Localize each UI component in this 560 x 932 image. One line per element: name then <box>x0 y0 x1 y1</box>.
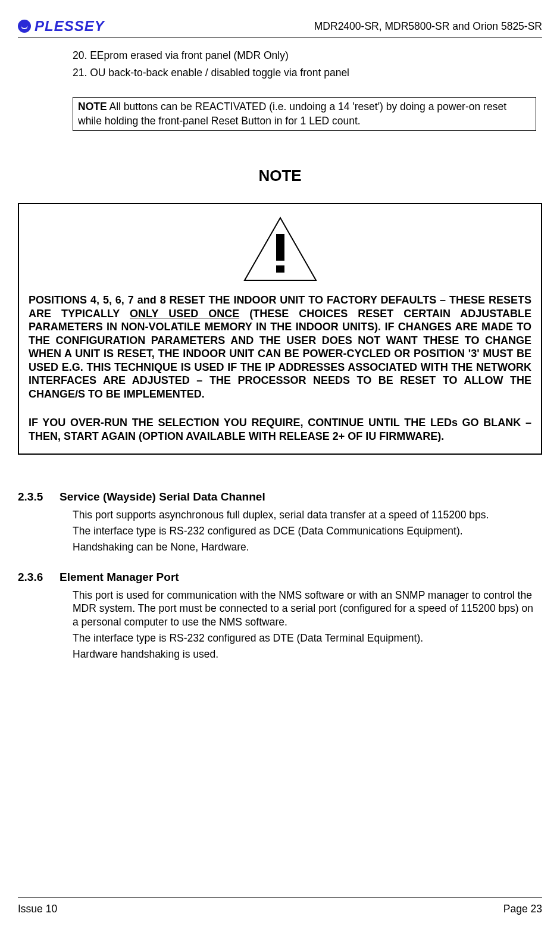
page: PLESSEY MDR2400-SR, MDR5800-SR and Orion… <box>0 0 560 661</box>
page-header: PLESSEY MDR2400-SR, MDR5800-SR and Orion… <box>18 18 542 37</box>
numbered-list: 20. EEprom erased via front panel (MDR O… <box>73 49 536 131</box>
list-item-21: 21. OU back-to-back enable / disabled to… <box>73 67 536 79</box>
section-236-title: Element Manager Port <box>60 571 179 583</box>
section-236-number: 2.3.6 <box>18 571 60 584</box>
section-235-heading: 2.3.5Service (Wayside) Serial Data Chann… <box>18 490 542 503</box>
svg-rect-1 <box>276 234 284 261</box>
note-box: NOTE All buttons can be REACTIVATED (i.e… <box>73 97 536 131</box>
doc-title: MDR2400-SR, MDR5800-SR and Orion 5825-SR <box>314 20 542 33</box>
section-235-p2: The interface type is RS-232 configured … <box>73 524 536 538</box>
caution-paragraph-2: IF YOU OVER-RUN THE SELECTION YOU REQUIR… <box>29 416 531 443</box>
note-text: All buttons can be REACTIVATED (i.e. und… <box>78 101 506 127</box>
list-item-20: 20. EEprom erased via front panel (MDR O… <box>73 49 536 62</box>
logo-text: PLESSEY <box>35 18 105 35</box>
section-236-p2: The interface type is RS-232 configured … <box>73 631 536 645</box>
page-footer: Issue 10 Page 23 <box>18 897 542 915</box>
section-235-p1: This port supports asynchronous full dup… <box>73 508 536 522</box>
logo: PLESSEY <box>18 18 105 35</box>
caution-paragraph-1: POSITIONS 4, 5, 6, 7 and 8 RESET THE IND… <box>29 293 531 401</box>
section-236-p1: This port is used for communication with… <box>73 589 536 629</box>
note-label: NOTE <box>78 101 107 112</box>
section-236-p3: Hardware handshaking is used. <box>73 648 536 661</box>
footer-page: Page 23 <box>503 903 542 915</box>
section-235-title: Service (Wayside) Serial Data Channel <box>60 490 265 503</box>
section-235-p3: Handshaking can be None, Hardware. <box>73 540 536 554</box>
caution-box: POSITIONS 4, 5, 6, 7 and 8 RESET THE IND… <box>18 203 542 455</box>
footer-issue: Issue 10 <box>18 903 57 915</box>
caution-text-1b: (THESE CHOICES RESET CERTAIN ADJUSTABLE … <box>29 308 531 400</box>
logo-icon <box>18 20 31 33</box>
section-236-heading: 2.3.6Element Manager Port <box>18 571 542 584</box>
section-235-number: 2.3.5 <box>18 490 60 503</box>
note-heading: NOTE <box>18 167 542 185</box>
caution-icon <box>29 215 531 286</box>
svg-rect-2 <box>276 265 284 273</box>
caution-underlined: ONLY USED ONCE <box>130 308 239 320</box>
